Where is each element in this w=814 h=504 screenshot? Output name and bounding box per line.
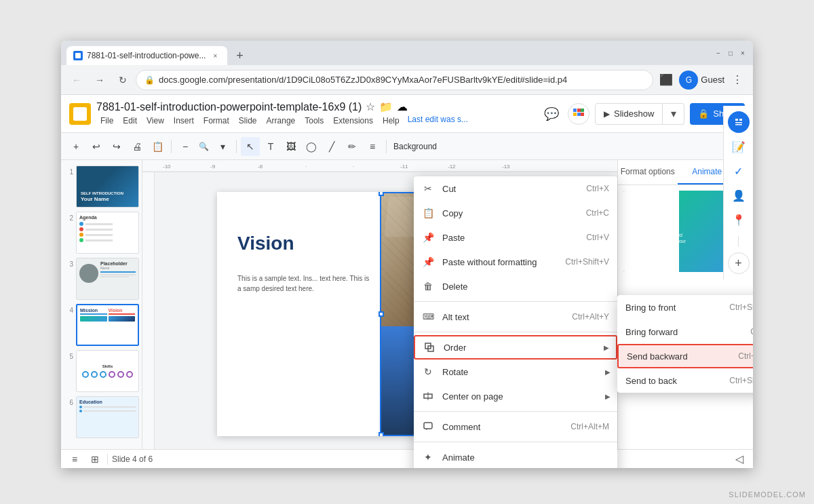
menu-extensions[interactable]: Extensions	[329, 115, 377, 127]
slide-thumb-2[interactable]: 2 Agenda	[64, 212, 139, 254]
menu-edit[interactable]: Edit	[119, 115, 141, 127]
menu-file[interactable]: File	[96, 115, 117, 127]
close-window-button[interactable]: ×	[738, 48, 748, 58]
toolbar-sep-2	[236, 140, 237, 153]
ctx-paste-no-format[interactable]: 📌 Paste without formatting Ctrl+Shift+V	[414, 250, 617, 274]
layout-tool[interactable]: ≡	[363, 137, 382, 156]
ctx-delete[interactable]: 🗑 Delete	[414, 274, 617, 298]
menu-format[interactable]: Format	[199, 115, 233, 127]
print-btn[interactable]: 🖨	[128, 137, 147, 156]
zoom-out-btn[interactable]: −	[176, 137, 195, 156]
slide-num-5: 5	[64, 353, 73, 360]
slide-preview-2[interactable]: Agenda	[76, 212, 139, 254]
address-bar[interactable]: 🔒 docs.google.com/presentation/d/1D9CiL0…	[136, 70, 653, 90]
shape-tool[interactable]: ◯	[302, 137, 321, 156]
ctx-center-label: Center on page	[442, 391, 609, 402]
slide-preview-6[interactable]: Education	[76, 396, 139, 438]
user-area[interactable]: G Guest	[679, 71, 724, 90]
bottom-sep	[107, 454, 108, 465]
undo-btn[interactable]: ↩	[87, 137, 106, 156]
user-avatar: G	[679, 71, 698, 90]
add-addon-btn[interactable]: +	[728, 252, 750, 274]
ctx-alt-text[interactable]: ⌨ Alt text Ctrl+Alt+Y	[414, 305, 617, 329]
tab-area: 7881-01-self-introduction-powe... × +	[66, 41, 714, 65]
tasks-icon[interactable]: ✓	[728, 160, 750, 182]
menu-insert[interactable]: Insert	[170, 115, 198, 127]
slide-thumb-4[interactable]: 4 Mission Vision	[64, 304, 139, 346]
ctx-animate[interactable]: ✦ Animate	[414, 445, 617, 468]
minimize-button[interactable]: −	[714, 48, 723, 58]
menu-slide[interactable]: Slide	[235, 115, 261, 127]
slide-panel[interactable]: 1 SELF INTRODUCTION Your Name 2	[61, 160, 142, 468]
slide-preview-3[interactable]: Placeholder Name	[76, 258, 139, 300]
back-button[interactable]: ←	[66, 70, 87, 90]
add-toolbar-btn[interactable]: +	[66, 137, 85, 156]
ctx-cut[interactable]: ✂ Cut Ctrl+X	[414, 176, 617, 201]
share-lock-icon: 🔒	[698, 109, 709, 119]
slideshow-dropdown-button[interactable]: ▾	[663, 103, 684, 125]
last-edit-label: Last edit was s...	[408, 115, 468, 127]
submenu-send-backward[interactable]: Send backward Ctrl+↓ ↖	[617, 344, 753, 368]
svg-rect-0	[573, 109, 577, 112]
menu-tools[interactable]: Tools	[301, 115, 328, 127]
slide-preview-4[interactable]: Mission Vision	[76, 304, 139, 346]
line-tool[interactable]: ╱	[322, 137, 341, 156]
refresh-button[interactable]: ↻	[113, 70, 133, 90]
drive-icon[interactable]: 📁	[379, 100, 393, 113]
submenu-bring-front[interactable]: Bring to front Ctrl+Shift+↑	[617, 295, 753, 319]
ctx-copy[interactable]: 📋 Copy Ctrl+C	[414, 201, 617, 225]
paint-format-btn[interactable]: 📋	[148, 137, 167, 156]
slide-thumb-6[interactable]: 6 Education	[64, 396, 139, 438]
zoom-dropdown[interactable]: ▾	[213, 137, 232, 156]
svg-text:-10: -10	[163, 163, 171, 170]
list-view-btn[interactable]: ≡	[66, 451, 83, 467]
ctx-center[interactable]: Center on page	[414, 384, 617, 408]
svg-rect-1	[577, 109, 581, 112]
new-tab-button[interactable]: +	[230, 46, 249, 65]
notes-icon[interactable]: 📝	[728, 136, 750, 157]
cast-icon[interactable]: ⬛	[656, 70, 676, 90]
apps-button[interactable]	[568, 103, 589, 125]
slide-thumb-5[interactable]: 5 Skills	[64, 350, 139, 392]
slide-preview-5[interactable]: Skills	[76, 350, 139, 392]
menu-help[interactable]: Help	[379, 115, 404, 127]
slide-thumb-3[interactable]: 3 Placeholder Name	[64, 258, 139, 300]
cloud-icon[interactable]: ☁	[397, 100, 408, 113]
tab-close-btn[interactable]: ×	[210, 50, 220, 61]
draw-tool[interactable]: ✏	[343, 137, 362, 156]
star-icon[interactable]: ☆	[366, 100, 375, 113]
submenu-send-back[interactable]: Send to back Ctrl+Shift+↓	[617, 368, 753, 393]
contacts-icon[interactable]: 👤	[728, 185, 750, 206]
image-tool[interactable]: 🖼	[282, 137, 301, 156]
slide-preview-1[interactable]: SELF INTRODUCTION Your Name	[76, 166, 139, 208]
ctx-paste[interactable]: 📌 Paste Ctrl+V	[414, 225, 617, 250]
forward-button[interactable]: →	[90, 70, 110, 90]
ctx-comment[interactable]: Comment Ctrl+Alt+M	[414, 414, 617, 439]
grid-view-btn[interactable]: ⊞	[87, 451, 103, 467]
order-icon	[423, 341, 435, 353]
active-tab[interactable]: 7881-01-self-introduction-powe... ×	[66, 46, 227, 65]
comment-button[interactable]: 💬	[541, 103, 562, 125]
slide-num-3: 3	[64, 260, 73, 268]
rotate-icon: ↻	[422, 366, 434, 378]
ruler-left	[142, 172, 155, 468]
ctx-rotate[interactable]: ↻ Rotate	[414, 360, 617, 384]
zoom-level[interactable]: 🔍	[196, 142, 212, 151]
cursor-tool[interactable]: ↖	[241, 137, 260, 156]
format-options-tab[interactable]: Format options	[618, 160, 678, 185]
expand-panel-btn[interactable]: ◁	[731, 451, 748, 467]
redo-btn[interactable]: ↪	[107, 137, 126, 156]
menu-view[interactable]: View	[142, 115, 168, 127]
slideshow-button[interactable]: ▶ Slideshow	[595, 103, 663, 125]
menu-arrange[interactable]: Arrange	[263, 115, 300, 127]
text-tool[interactable]: T	[261, 137, 280, 156]
maximize-button[interactable]: □	[726, 48, 735, 58]
submenu-bring-forward[interactable]: Bring forward Ctrl+↑	[617, 319, 753, 344]
maps-icon[interactable]: 📍	[728, 209, 750, 231]
sheets-icon[interactable]	[728, 111, 750, 133]
ctx-sep-3	[414, 411, 617, 412]
ctx-order[interactable]: Order	[414, 335, 617, 360]
url-text: docs.google.com/presentation/d/1D9CiL08o…	[159, 75, 644, 85]
browser-menu-icon[interactable]: ⋮	[727, 70, 748, 90]
slide-thumb-1[interactable]: 1 SELF INTRODUCTION Your Name	[64, 166, 139, 208]
